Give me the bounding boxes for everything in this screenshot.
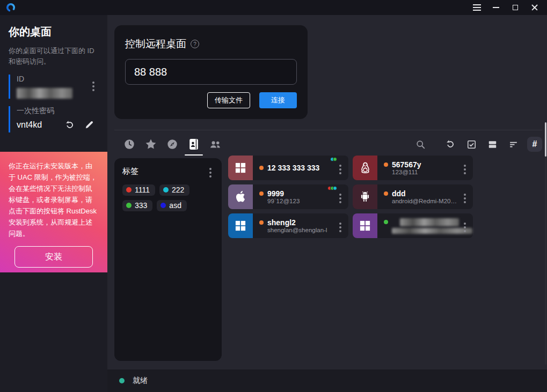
peer-card[interactable]: 9999 99`12@123 (228, 184, 348, 209)
connect-card: 控制远程桌面 ? 传输文件 连接 (114, 25, 308, 119)
transfer-file-button[interactable]: 传输文件 (207, 92, 250, 108)
id-value-redacted (17, 88, 72, 99)
status-indicator-dot (119, 378, 125, 383)
remote-id-input[interactable] (125, 59, 297, 85)
peer-name: 9999 (267, 189, 284, 198)
sidebar: 你的桌面 你的桌面可以通过下面的 ID 和密码访问。 ID 一次性密码 vnt4… (0, 15, 107, 392)
install-button[interactable]: 安装 (14, 246, 93, 268)
peer-subtitle: shenglan@shenglan-l (267, 227, 334, 233)
peer-card[interactable]: 12 333 333 333 (228, 156, 348, 180)
linux-os-icon (353, 156, 377, 180)
select-checkbox-icon[interactable] (464, 137, 478, 151)
peer-name: 12 333 333 333 (267, 164, 319, 172)
peer-name: 567567y (392, 160, 421, 169)
peer-card[interactable]: shengl2 shenglan@shenglan-l (228, 213, 348, 238)
tag-label: asd (169, 201, 181, 210)
tags-panel: 标签 1111 222 333 asd (114, 158, 222, 361)
tab-favorites[interactable] (144, 138, 157, 151)
windows-os-icon (228, 156, 253, 180)
sidebar-title: 你的桌面 (9, 25, 99, 39)
install-notice-text: 你正在运行未安装版本，由于 UAC 限制，作为被控端，会在某些情况下无法控制鼠标… (9, 160, 99, 239)
titlebar (0, 0, 547, 15)
peer-name: shengl2 (267, 218, 296, 227)
peer-menu-icon[interactable] (338, 161, 343, 174)
tag-label: 222 (172, 186, 184, 194)
windows-os-icon (228, 213, 253, 238)
peer-card[interactable] (353, 213, 473, 238)
tag-chip[interactable]: 222 (159, 184, 189, 196)
windows-os-icon (353, 213, 377, 238)
tag-color-dot (126, 203, 132, 208)
tag-chip[interactable]: 333 (122, 200, 152, 211)
peer-menu-icon[interactable] (462, 161, 468, 174)
apple-os-icon (228, 184, 253, 209)
scrollbar-thumb[interactable] (545, 122, 546, 157)
peer-menu-icon[interactable] (338, 190, 343, 203)
id-label: ID (17, 75, 99, 83)
tag-chip[interactable]: asd (157, 200, 187, 211)
tab-recent-sessions[interactable] (123, 138, 136, 151)
status-dot (259, 166, 264, 170)
grid-view-icon[interactable]: # (527, 137, 542, 152)
rustdesk-logo-icon (5, 2, 16, 13)
section-divider (114, 130, 542, 130)
compass-icon (166, 138, 178, 150)
status-dot (384, 162, 388, 167)
peer-tag-dots (332, 157, 337, 161)
clock-icon (123, 138, 135, 150)
tag-chip[interactable]: 1111 (122, 184, 155, 196)
edit-password-icon[interactable] (84, 120, 94, 130)
status-dot (384, 191, 388, 196)
peer-card[interactable]: 567567y 123@111 (353, 156, 473, 180)
main-area: 控制远程桌面 ? 传输文件 连接 (107, 15, 547, 392)
install-notice: 你正在运行未安装版本，由于 UAC 限制，作为被控端，会在某些情况下无法控制鼠标… (0, 152, 107, 272)
tag-label: 333 (135, 201, 147, 210)
peer-menu-icon[interactable] (338, 219, 343, 232)
tab-group[interactable] (209, 138, 222, 151)
peer-subtitle: android@Redmi-M2007J3SC (392, 198, 459, 204)
menu-icon[interactable] (470, 2, 484, 13)
sort-icon[interactable] (506, 137, 520, 151)
refresh-icon[interactable] (443, 137, 457, 151)
id-menu-icon[interactable] (91, 79, 96, 91)
peer-name-redacted (400, 218, 459, 226)
android-os-icon (353, 184, 377, 209)
peer-tab-bar: # (114, 132, 542, 157)
connect-title: 控制远程桌面 (125, 37, 186, 51)
tab-discovered[interactable] (166, 138, 179, 151)
status-text: 就绪 (133, 376, 148, 386)
peer-tag-dots (329, 186, 337, 190)
help-icon[interactable]: ? (191, 40, 199, 48)
minimize-button[interactable] (489, 2, 503, 13)
peer-subtitle-redacted (392, 228, 472, 234)
scrollbar-track (545, 122, 546, 365)
connect-button[interactable]: 连接 (259, 92, 297, 108)
one-time-password-value: vnt4kd (17, 120, 42, 130)
refresh-password-icon[interactable] (64, 120, 75, 130)
peer-card[interactable]: ddd android@Redmi-M2007J3SC (353, 184, 473, 209)
peer-subtitle: 123@111 (392, 169, 459, 175)
status-bar: 就绪 (107, 369, 547, 392)
tag-color-dot (161, 203, 166, 208)
status-dot (259, 220, 264, 225)
group-icon (209, 138, 222, 150)
tab-address-book[interactable] (187, 138, 200, 151)
search-icon[interactable] (413, 137, 427, 151)
tags-menu-icon[interactable] (207, 165, 214, 177)
address-book-icon (188, 138, 200, 151)
peer-menu-icon[interactable] (462, 190, 468, 203)
close-button[interactable] (528, 2, 542, 13)
maximize-button[interactable] (508, 2, 522, 13)
peer-subtitle: 99`12@123 (267, 198, 334, 204)
password-label: 一次性密码 (17, 106, 99, 116)
tags-title: 标签 (122, 166, 138, 176)
card-view-icon[interactable] (485, 137, 499, 151)
tag-color-dot (163, 187, 169, 193)
peer-grid: 12 333 333 333 (228, 156, 473, 238)
tag-label: 1111 (135, 186, 150, 194)
status-dot (259, 191, 264, 196)
sidebar-subtitle: 你的桌面可以通过下面的 ID 和密码访问。 (9, 46, 99, 67)
password-section: 一次性密码 vnt4kd (9, 106, 99, 132)
id-section: ID (9, 75, 99, 99)
peer-menu-icon[interactable] (462, 219, 468, 232)
